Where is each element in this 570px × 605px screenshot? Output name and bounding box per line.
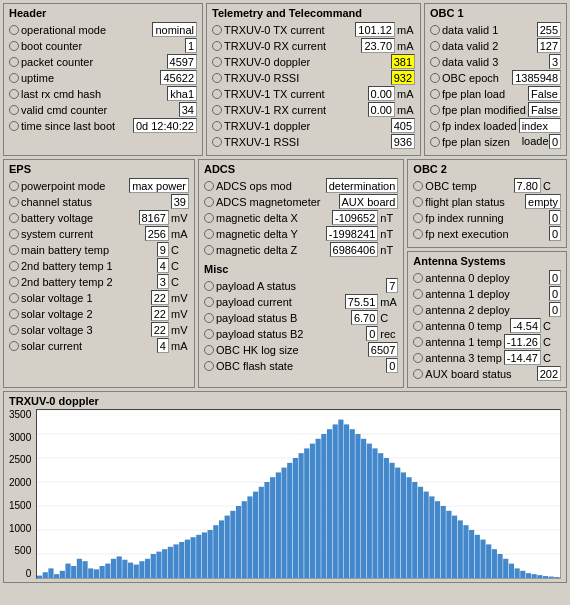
field-row: solar voltage 322mV	[9, 322, 189, 337]
doppler-chart	[36, 409, 561, 579]
antenna-fields: antenna 0 deploy0antenna 1 deploy0antenn…	[413, 270, 561, 381]
field-value-box: 0	[549, 270, 561, 285]
eps-fields: powerpoint modemax powerchannel status39…	[9, 178, 189, 353]
header-panel: Header operational modenominalboot count…	[3, 3, 203, 156]
radio-indicator	[413, 337, 423, 347]
radio-indicator	[9, 25, 19, 35]
field-value-box: 0	[549, 286, 561, 301]
field-unit: C	[543, 320, 561, 332]
field-row: TRXUV-0 doppler381	[212, 54, 415, 69]
field-value-box: 0	[549, 226, 561, 241]
field-row: operational modenominal	[9, 22, 197, 37]
field-row: fpe plan loadFalse	[430, 86, 561, 101]
field-value-box: kha1	[167, 86, 197, 101]
field-row: fpe plan modifiedFalse	[430, 102, 561, 117]
field-value-box: 0	[549, 210, 561, 225]
field-label: packet counter	[21, 56, 165, 68]
field-label: solar voltage 2	[21, 308, 149, 320]
field-unit: mA	[397, 40, 415, 52]
field-label: OBC flash state	[216, 360, 384, 372]
field-label: OBC temp	[425, 180, 511, 192]
radio-indicator	[212, 41, 222, 51]
misc-title: Misc	[204, 263, 398, 275]
field-unit: mA	[171, 228, 189, 240]
field-label: ADCS ops mod	[216, 180, 324, 192]
field-value-box: 101.12	[355, 22, 395, 37]
radio-indicator	[413, 305, 423, 315]
field-unit: C	[543, 336, 561, 348]
telemetry-fields: TRXUV-0 TX current101.12mATRXUV-0 RX cur…	[212, 22, 415, 149]
field-label: antenna 2 deploy	[425, 304, 547, 316]
field-row: antenna 2 deploy0	[413, 302, 561, 317]
field-row: payload A status7	[204, 278, 398, 293]
radio-indicator	[204, 181, 214, 191]
field-row: magnetic delta Y-1998241nT	[204, 226, 398, 241]
radio-indicator	[9, 309, 19, 319]
field-row: AUX board status202	[413, 366, 561, 381]
field-label: antenna 0 deploy	[425, 272, 547, 284]
field-value-box: 45622	[160, 70, 197, 85]
radio-indicator	[9, 41, 19, 51]
field-row: TRXUV-0 RX current23.70mA	[212, 38, 415, 53]
obc1-panel: OBC 1 data valid 1255data valid 2127data…	[424, 3, 567, 156]
main-container: Header operational modenominalboot count…	[0, 0, 570, 586]
field-value-box: 0	[549, 302, 561, 317]
radio-indicator	[413, 229, 423, 239]
field-value-box: 6986406	[330, 242, 379, 257]
field-value-box: max power	[129, 178, 189, 193]
field-label: time since last boot	[21, 120, 131, 132]
field-row: TRXUV-0 RSSI932	[212, 70, 415, 85]
radio-indicator	[430, 137, 440, 147]
field-value-box: -4.54	[510, 318, 541, 333]
radio-indicator	[204, 213, 214, 223]
field-value-box: 34	[179, 102, 197, 117]
field-unit: nT	[380, 228, 398, 240]
field-value-box: 6.70	[351, 310, 378, 325]
field-value-box: 3	[549, 54, 561, 69]
field-row: antenna 0 deploy0	[413, 270, 561, 285]
radio-indicator	[430, 121, 440, 131]
radio-indicator	[9, 197, 19, 207]
radio-indicator	[204, 313, 214, 323]
radio-indicator	[212, 137, 222, 147]
field-unit: rec	[380, 328, 398, 340]
field-row: flight plan statusempty	[413, 194, 561, 209]
field-value-box: 0d 12:40:22	[133, 118, 197, 133]
eps-title: EPS	[9, 163, 189, 175]
field-row: OBC temp7.80C	[413, 178, 561, 193]
field-label: last rx cmd hash	[21, 88, 165, 100]
radio-indicator	[9, 89, 19, 99]
field-value-box: 8167	[139, 210, 169, 225]
radio-indicator	[9, 325, 19, 335]
field-label: magnetic delta Y	[216, 228, 324, 240]
field-label: TRXUV-0 TX current	[224, 24, 353, 36]
field-unit: C	[171, 244, 189, 256]
field-unit: mA	[397, 24, 415, 36]
field-value-box: 936	[391, 134, 415, 149]
field-value-box: 0	[366, 326, 378, 341]
radio-indicator	[212, 89, 222, 99]
doppler-title: TRXUV-0 doppler	[9, 395, 561, 407]
field-label: antenna 1 deploy	[425, 288, 547, 300]
field-unit: C	[171, 260, 189, 272]
field-label: channel status	[21, 196, 169, 208]
field-row: TRXUV-1 doppler405	[212, 118, 415, 133]
field-value-box: 1	[185, 38, 197, 53]
field-value-box: AUX board	[339, 194, 399, 209]
radio-indicator	[212, 121, 222, 131]
middle-row: EPS powerpoint modemax powerchannel stat…	[3, 159, 567, 388]
field-row: TRXUV-1 TX current0.00mA	[212, 86, 415, 101]
radio-indicator	[413, 321, 423, 331]
radio-indicator	[9, 229, 19, 239]
field-row: solar voltage 122mV	[9, 290, 189, 305]
field-label: TRXUV-1 RX current	[224, 104, 366, 116]
radio-indicator	[430, 105, 440, 115]
field-value-box: 4	[157, 338, 169, 353]
field-row: data valid 1255	[430, 22, 561, 37]
obc2-panel: OBC 2 OBC temp7.80Cflight plan statusemp…	[407, 159, 567, 248]
field-unit: nT	[380, 244, 398, 256]
field-value-box: nominal	[152, 22, 197, 37]
field-row: battery voltage8167mV	[9, 210, 189, 225]
field-row: OBC epoch1385948	[430, 70, 561, 85]
field-row: packet counter4597	[9, 54, 197, 69]
